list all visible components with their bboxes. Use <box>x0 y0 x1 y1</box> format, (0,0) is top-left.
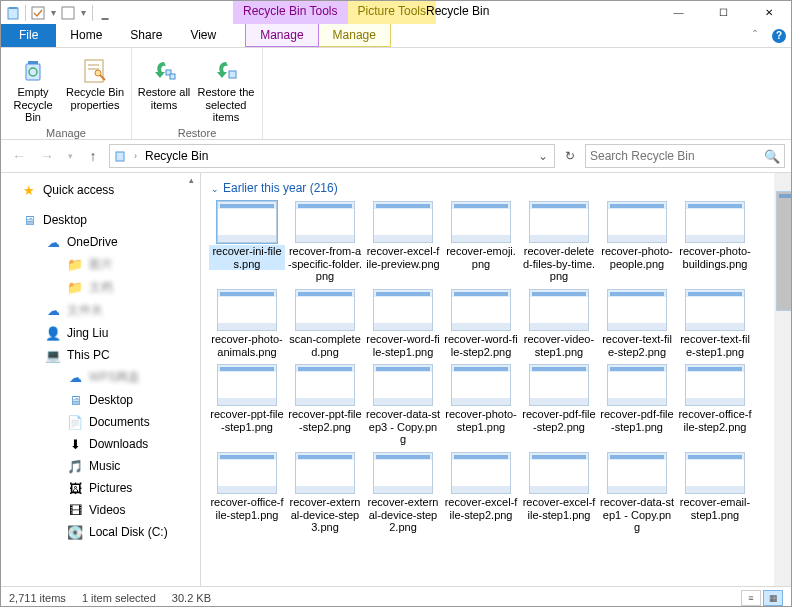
file-item[interactable]: recover-email-step1.png <box>677 452 753 534</box>
sidebar-local-disk-c[interactable]: 💽Local Disk (C:) <box>1 521 200 543</box>
sidebar-desktop[interactable]: 🖥Desktop <box>1 209 200 231</box>
window-controls: — ☐ ✕ <box>656 1 791 24</box>
address-bar[interactable]: › Recycle Bin ⌄ <box>109 144 555 168</box>
file-item[interactable]: recover-word-file-step1.png <box>365 289 441 358</box>
file-item[interactable]: recover-office-file-step1.png <box>209 452 285 534</box>
tab-share[interactable]: Share <box>116 24 176 47</box>
file-item[interactable]: recover-from-a-specific-folder.png <box>287 201 363 283</box>
breadcrumb-item[interactable]: Recycle Bin <box>143 149 210 163</box>
file-name-label: recover-office-file-step2.png <box>677 408 753 433</box>
file-name-label: recover-ini-files.png <box>209 245 285 270</box>
view-icons-button[interactable]: ▦ <box>763 590 783 606</box>
file-name-label: recover-deleted-files-by-time.png <box>521 245 597 283</box>
search-icon[interactable]: 🔍 <box>764 149 780 164</box>
file-item[interactable]: recover-photo-animals.png <box>209 289 285 358</box>
sidebar-music[interactable]: 🎵Music <box>1 455 200 477</box>
sidebar-downloads[interactable]: ⬇Downloads <box>1 433 200 455</box>
nav-forward-button[interactable]: → <box>35 144 59 168</box>
file-item[interactable]: recover-excel-file-preview.png <box>365 201 441 283</box>
refresh-button[interactable]: ↻ <box>559 145 581 167</box>
ribbon-tabs: File Home Share View Manage Manage ˆ ? <box>1 24 791 48</box>
file-name-label: recover-excel-file-step1.png <box>521 496 597 521</box>
address-dropdown-icon[interactable]: ⌄ <box>534 149 552 163</box>
scrollbar-thumb[interactable] <box>776 191 791 311</box>
sidebar-onedrive[interactable]: ☁OneDrive <box>1 231 200 253</box>
file-thumbnail <box>607 201 667 243</box>
file-item[interactable]: recover-ppt-file-step2.png <box>287 364 363 446</box>
file-item[interactable]: recover-excel-file-step1.png <box>521 452 597 534</box>
empty-recycle-bin-button[interactable]: Empty Recycle Bin <box>5 52 61 126</box>
context-tab-recycle-bin-tools[interactable]: Recycle Bin Tools <box>233 1 348 24</box>
scroll-up-icon[interactable]: ▴ <box>184 175 198 189</box>
file-item[interactable]: recover-excel-file-step2.png <box>443 452 519 534</box>
sidebar-quick-access[interactable]: ★Quick access <box>1 179 200 201</box>
close-button[interactable]: ✕ <box>746 1 791 24</box>
restore-selected-button[interactable]: Restore the selected items <box>194 52 258 126</box>
tab-manage-picture[interactable]: Manage <box>319 24 391 47</box>
file-item[interactable]: recover-external-device-step3.png <box>287 452 363 534</box>
restore-all-button[interactable]: Restore all items <box>136 52 192 113</box>
nav-recent-dropdown[interactable]: ▾ <box>63 144 77 168</box>
qat-properties-icon[interactable] <box>30 5 46 21</box>
sidebar-label: Music <box>89 459 120 473</box>
sidebar-onedrive-sub[interactable]: 📁文档 <box>1 276 200 299</box>
file-item[interactable]: recover-pdf-file-step1.png <box>599 364 675 446</box>
nav-back-button[interactable]: ← <box>7 144 31 168</box>
qat-blank-icon[interactable] <box>60 5 76 21</box>
file-name-label: recover-ppt-file-step2.png <box>287 408 363 433</box>
sidebar-onedrive-sub[interactable]: ☁文件夹 <box>1 299 200 322</box>
collapse-ribbon-button[interactable]: ˆ <box>743 24 767 47</box>
qat-dropdown-2[interactable]: ▾ <box>78 5 88 21</box>
recycle-bin-properties-button[interactable]: Recycle Bin properties <box>63 52 127 113</box>
file-item[interactable]: recover-word-file-step2.png <box>443 289 519 358</box>
context-tab-picture-tools[interactable]: Picture Tools <box>348 1 436 24</box>
tab-home[interactable]: Home <box>56 24 116 47</box>
file-item[interactable]: recover-pdf-file-step2.png <box>521 364 597 446</box>
sidebar-label: 文档 <box>89 279 113 296</box>
help-button[interactable]: ? <box>767 24 791 47</box>
file-item[interactable]: recover-photo-people.png <box>599 201 675 283</box>
sidebar-wps[interactable]: ☁WPS网盘 <box>1 366 200 389</box>
sidebar-label: WPS网盘 <box>89 369 140 386</box>
file-item[interactable]: recover-ini-files.png <box>209 201 285 283</box>
file-item[interactable]: recover-external-device-step2.png <box>365 452 441 534</box>
file-item[interactable]: scan-completed.png <box>287 289 363 358</box>
chevron-right-icon[interactable]: › <box>132 151 139 161</box>
tab-manage-recycle[interactable]: Manage <box>245 24 318 47</box>
qat-overflow[interactable]: ‗ <box>97 5 113 21</box>
sidebar-videos[interactable]: 🎞Videos <box>1 499 200 521</box>
file-item[interactable]: recover-data-step3 - Copy.png <box>365 364 441 446</box>
navigation-pane[interactable]: ▴ ★Quick access 🖥Desktop ☁OneDrive 📁图片 📁… <box>1 173 201 586</box>
tab-file[interactable]: File <box>1 24 56 47</box>
sidebar-this-pc[interactable]: 💻This PC <box>1 344 200 366</box>
sidebar-desktop-2[interactable]: 🖥Desktop <box>1 389 200 411</box>
sidebar-onedrive-sub[interactable]: 📁图片 <box>1 253 200 276</box>
search-box[interactable]: 🔍 <box>585 144 785 168</box>
view-details-button[interactable]: ≡ <box>741 590 761 606</box>
sidebar-documents[interactable]: 📄Documents <box>1 411 200 433</box>
chevron-down-icon: ⌄ <box>211 184 219 194</box>
window-title: Recycle Bin <box>426 4 489 18</box>
search-input[interactable] <box>590 149 764 163</box>
maximize-button[interactable]: ☐ <box>701 1 746 24</box>
app-icon[interactable] <box>5 5 21 21</box>
sidebar-pictures[interactable]: 🖼Pictures <box>1 477 200 499</box>
tab-view[interactable]: View <box>176 24 230 47</box>
sidebar-user[interactable]: 👤Jing Liu <box>1 322 200 344</box>
file-item[interactable]: recover-photo-step1.png <box>443 364 519 446</box>
title-bar: ▾ ▾ ‗ Recycle Bin Tools Picture Tools Re… <box>1 1 791 24</box>
minimize-button[interactable]: — <box>656 1 701 24</box>
file-item[interactable]: recover-video-step1.png <box>521 289 597 358</box>
file-item[interactable]: recover-deleted-files-by-time.png <box>521 201 597 283</box>
file-item[interactable]: recover-office-file-step2.png <box>677 364 753 446</box>
file-item[interactable]: recover-text-file-step1.png <box>677 289 753 358</box>
file-item[interactable]: recover-text-file-step2.png <box>599 289 675 358</box>
file-item[interactable]: recover-data-step1 - Copy.png <box>599 452 675 534</box>
nav-up-button[interactable]: ↑ <box>81 144 105 168</box>
group-header[interactable]: ⌄Earlier this year (216) <box>209 179 771 201</box>
qat-dropdown-1[interactable]: ▾ <box>48 5 58 21</box>
file-item[interactable]: recover-photo-buildings.png <box>677 201 753 283</box>
file-item[interactable]: recover-emoji.png <box>443 201 519 283</box>
vertical-scrollbar[interactable] <box>774 173 791 586</box>
file-item[interactable]: recover-ppt-file-step1.png <box>209 364 285 446</box>
